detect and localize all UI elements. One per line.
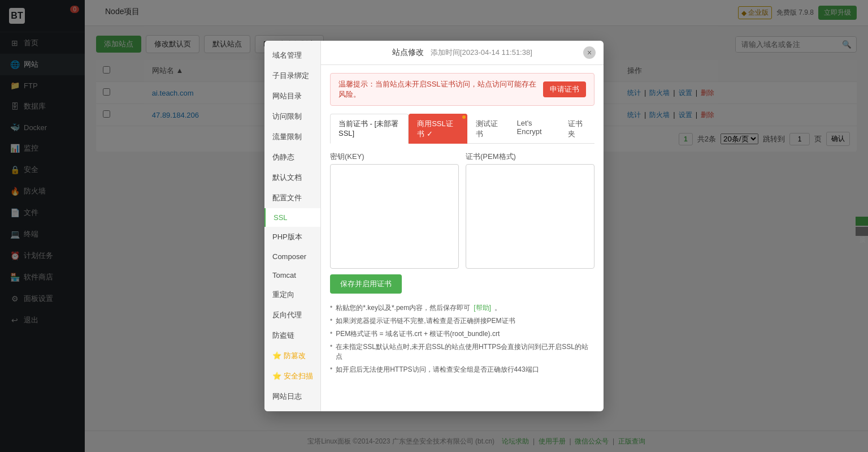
help-link[interactable]: [帮助] [474, 303, 491, 313]
modal-overlay[interactable]: 域名管理子目录绑定网站目录访问限制流量限制伪静态默认文档配置文件SSLPHP版本… [0, 0, 868, 452]
tab-current-cert[interactable]: 当前证书 - [未部署SSL] [330, 114, 409, 144]
modal-sidebar: 域名管理子目录绑定网站目录访问限制流量限制伪静态默认文档配置文件SSLPHP版本… [264, 41, 321, 411]
ssl-tips: 粘贴您的*.key以及*.pem内容，然后保存即可[帮助]。如果浏览器提示证书链… [330, 302, 594, 376]
modal-nav-ssl[interactable]: SSL [264, 208, 320, 227]
cert-label: 证书(PEM格式) [466, 152, 594, 162]
modal-nav-composer[interactable]: Composer [264, 247, 320, 266]
ssl-tip-4: 如开启后无法使用HTTPS访问，请检查安全组是否正确放行443端口 [330, 363, 594, 376]
key-column: 密钥(KEY) [330, 152, 459, 269]
modal-nav-log[interactable]: 网站日志 [264, 386, 320, 407]
ssl-warning-alert: 温馨提示：当前站点未开启SSL证书访问，站点访问可能存在风险。 申请证书 [330, 73, 594, 106]
modal-nav-traffic[interactable]: 流量限制 [264, 127, 320, 147]
cert-column: 证书(PEM格式) [466, 152, 594, 269]
tab-commercial-ssl[interactable]: 商用SSL证书 ✓ [409, 114, 467, 144]
modal-nav-scan[interactable]: ⭐ 安全扫描 [264, 366, 320, 386]
modal-nav-hotlink[interactable]: 防盗链 [264, 325, 320, 346]
modal-title: 站点修改 添加时间[2023-04-14 11:51:38] [392, 48, 532, 58]
cert-textarea[interactable] [466, 164, 594, 269]
modal-close-button[interactable]: × [583, 46, 596, 59]
ssl-tip-2: PEM格式证书 = 域名证书.crt + 根证书(root_bundle).cr… [330, 328, 594, 341]
modal-nav-config[interactable]: 配置文件 [264, 188, 320, 208]
ssl-tip-0: 粘贴您的*.key以及*.pem内容，然后保存即可[帮助]。 [330, 302, 594, 315]
modal-nav-access[interactable]: 访问限制 [264, 106, 320, 127]
modal-nav-php_ver[interactable]: PHP版本 [264, 227, 320, 247]
modal-body: 站点修改 添加时间[2023-04-14 11:51:38] × 温馨提示：当前… [321, 41, 604, 411]
tab-test-cert[interactable]: 测试证书 [467, 114, 508, 144]
tab-certfile[interactable]: 证书夹 [559, 114, 594, 144]
alert-text: 温馨提示：当前站点未开启SSL证书访问，站点访问可能存在风险。 [338, 79, 537, 100]
modal-content-body: 温馨提示：当前站点未开启SSL证书访问，站点访问可能存在风险。 申请证书 当前证… [321, 65, 604, 411]
ssl-tip-3: 在未指定SSL默认站点时,未开启SSL的站点使用HTTPS会直接访问到已开启SS… [330, 341, 594, 363]
key-textarea[interactable] [330, 164, 459, 269]
modal-nav-redirect[interactable]: 重定向 [264, 285, 320, 305]
key-label: 密钥(KEY) [330, 152, 459, 162]
modal-nav-tomcat[interactable]: Tomcat [264, 266, 320, 285]
modal-nav-domain[interactable]: 域名管理 [264, 45, 320, 66]
tab-letsencrypt[interactable]: Let's Encrypt [509, 114, 560, 144]
site-edit-modal: 域名管理子目录绑定网站目录访问限制流量限制伪静态默认文档配置文件SSLPHP版本… [264, 41, 604, 411]
ssl-form: 密钥(KEY) 证书(PEM格式) [330, 152, 594, 269]
modal-nav-reverse[interactable]: 反向代理 [264, 305, 320, 325]
modal-nav-tamper[interactable]: ⭐ 防篡改 [264, 346, 320, 366]
modal-nav-webroot[interactable]: 网站目录 [264, 86, 320, 106]
apply-cert-button[interactable]: 申请证书 [543, 81, 586, 97]
modal-nav-default_doc[interactable]: 默认文档 [264, 167, 320, 188]
modal-header: 站点修改 添加时间[2023-04-14 11:51:38] × [321, 41, 604, 65]
ssl-tip-1: 如果浏览器提示证书链不完整,请检查是否正确拼接PEM证书 [330, 315, 594, 328]
modal-nav-subdir[interactable]: 子目录绑定 [264, 66, 320, 86]
modal-nav-pseudo[interactable]: 伪静态 [264, 147, 320, 167]
ssl-tabs: 当前证书 - [未部署SSL] 商用SSL证书 ✓ 测试证书 Let's Enc… [330, 114, 594, 144]
save-cert-button[interactable]: 保存并启用证书 [330, 274, 402, 294]
